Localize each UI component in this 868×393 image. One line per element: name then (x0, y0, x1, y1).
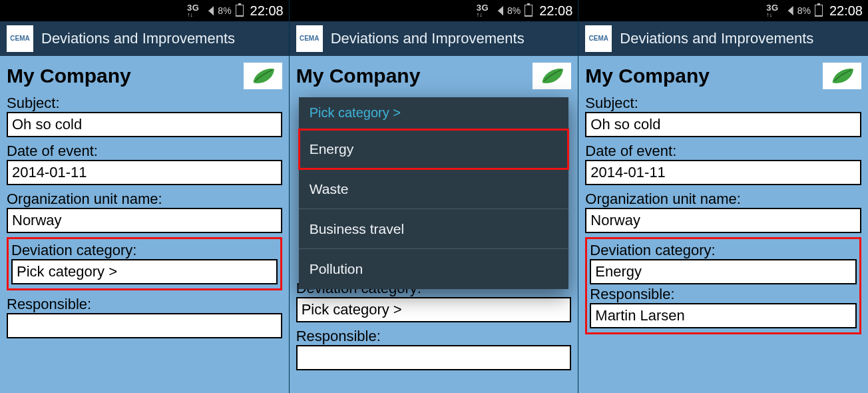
dropdown-header: Pick category > (299, 97, 569, 129)
org-unit-label: Organization unit name: (7, 191, 282, 208)
dropdown-option-waste[interactable]: Waste (299, 169, 569, 209)
clock: 22:08 (250, 3, 284, 19)
subject-input[interactable] (585, 112, 861, 137)
signal-icon (783, 6, 793, 15)
subject-input[interactable] (7, 112, 282, 137)
phone-screen-1: 3G↑↓ 8% 22:08 CEMA Deviations and Improv… (0, 0, 290, 393)
responsible-label: Responsible: (7, 296, 282, 313)
date-input[interactable] (7, 160, 282, 185)
phone-screen-3: 3G↑↓ 8% 22:08 CEMA Deviations and Improv… (578, 0, 868, 393)
action-bar: CEMA Deviations and Improvements (290, 21, 578, 56)
company-name: My Company (7, 65, 131, 87)
subject-label: Subject: (7, 95, 282, 112)
network-3g-icon: 3G↑↓ (766, 3, 778, 18)
org-unit-input[interactable] (585, 208, 861, 233)
network-3g-icon: 3G↑↓ (477, 3, 489, 18)
battery-percent: 8% (797, 5, 811, 16)
page-title: Deviations and Improvements (41, 30, 235, 47)
responsible-label: Responsible: (590, 286, 857, 303)
battery-icon (236, 5, 244, 17)
action-bar: CEMA Deviations and Improvements (0, 21, 289, 56)
date-label: Date of event: (585, 143, 861, 160)
company-name: My Company (296, 65, 421, 87)
app-logo-icon: CEMA (296, 25, 323, 52)
battery-icon (815, 5, 823, 17)
signal-icon (203, 6, 214, 15)
deviation-category-select[interactable] (296, 297, 572, 322)
signal-icon (493, 6, 503, 15)
page-title: Deviations and Improvements (620, 30, 813, 47)
deviation-category-label: Deviation category: (11, 242, 278, 259)
responsible-input[interactable] (7, 313, 282, 338)
deviation-category-label: Deviation category: (590, 242, 857, 259)
clock: 22:08 (539, 3, 572, 19)
clock: 22:08 (829, 3, 863, 19)
deviation-responsible-highlight: Deviation category: Responsible: (585, 237, 861, 334)
date-input[interactable] (585, 160, 861, 185)
deviation-category-select[interactable] (590, 259, 857, 284)
dropdown-option-energy[interactable]: Energy (299, 129, 569, 169)
status-bar: 3G↑↓ 8% 22:08 (0, 0, 289, 21)
battery-percent: 8% (218, 5, 231, 16)
responsible-input[interactable] (296, 345, 572, 370)
battery-percent: 8% (507, 5, 521, 16)
action-bar: CEMA Deviations and Improvements (578, 21, 868, 56)
app-logo-icon: CEMA (585, 25, 612, 52)
deviation-category-select[interactable] (11, 259, 278, 284)
company-name: My Company (585, 65, 710, 87)
responsible-input[interactable] (590, 303, 857, 328)
category-dropdown: Pick category > Energy Waste Business tr… (299, 97, 569, 289)
battery-icon (525, 5, 533, 17)
network-3g-icon: 3G↑↓ (187, 3, 199, 18)
responsible-label: Responsible: (296, 328, 572, 345)
subject-label: Subject: (585, 95, 861, 112)
dropdown-option-pollution[interactable]: Pollution (299, 249, 569, 289)
deviation-category-highlight: Deviation category: (7, 237, 282, 290)
page-title: Deviations and Improvements (331, 30, 525, 47)
org-unit-label: Organization unit name: (585, 191, 861, 208)
leaf-icon (533, 63, 571, 89)
phone-screen-2: 3G↑↓ 8% 22:08 CEMA Deviations and Improv… (290, 0, 579, 393)
dropdown-option-business-travel[interactable]: Business travel (299, 209, 569, 249)
date-label: Date of event: (7, 143, 282, 160)
status-bar: 3G↑↓ 8% 22:08 (578, 0, 868, 21)
org-unit-input[interactable] (7, 208, 282, 233)
leaf-icon (244, 63, 282, 89)
leaf-icon (823, 63, 861, 89)
app-logo-icon: CEMA (7, 25, 33, 52)
status-bar: 3G↑↓ 8% 22:08 (290, 0, 578, 21)
